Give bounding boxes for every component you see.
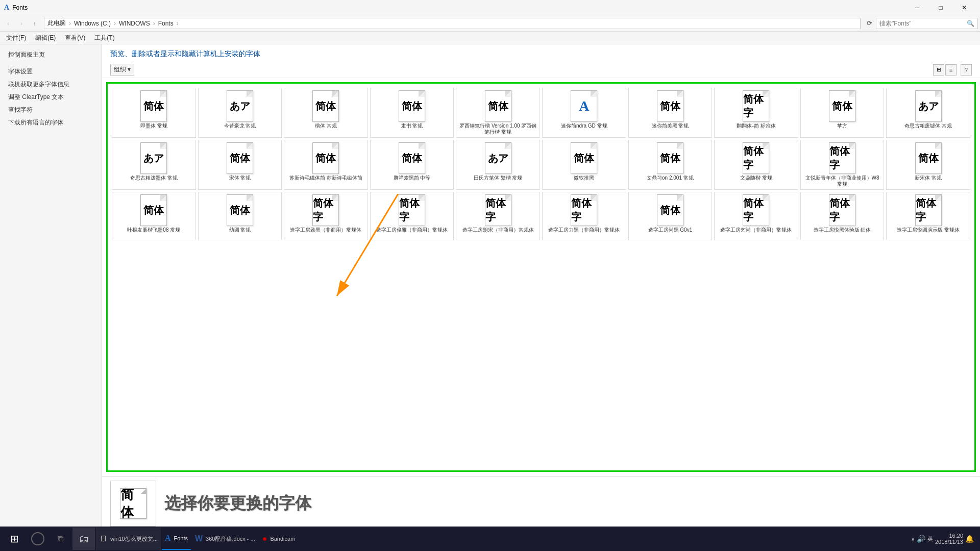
close-button[interactable]: ✕: [952, 0, 976, 15]
font-item[interactable]: 简体楷体 常规: [284, 88, 368, 138]
font-item[interactable]: 简体叶根友廉楷飞墨08 常规: [112, 192, 196, 240]
menu-file[interactable]: 文件(F): [2, 33, 30, 43]
font-name: 造字工房悦黑体验版 细体: [814, 227, 871, 233]
font-name: 叶根友廉楷飞墨08 常规: [127, 227, 180, 233]
sidebar-item-font-settings[interactable]: 字体设置: [0, 65, 102, 78]
font-icon: 简体: [311, 90, 340, 122]
breadcrumb-drive[interactable]: Windows (C:): [74, 20, 111, 27]
search-input[interactable]: [879, 20, 965, 27]
menu-bar: 文件(F) 编辑(E) 查看(V) 工具(T): [0, 32, 980, 44]
minimize-button[interactable]: ─: [905, 0, 929, 15]
font-item[interactable]: 简体文鼎习on 2.001 常规: [628, 140, 713, 190]
page-title: 预览、删除或者显示和隐藏计算机上安装的字体: [102, 44, 980, 62]
taskbar-item-win10[interactable]: 🖥 win10怎么更改文...: [96, 528, 161, 550]
font-name: 苹方: [837, 123, 847, 129]
taskbar-item-fonts[interactable]: A Fonts: [162, 528, 191, 550]
sidebar-item-home[interactable]: 控制面板主页: [0, 48, 102, 61]
font-icon: 简体: [397, 90, 427, 122]
tray-expand[interactable]: ∧: [911, 536, 915, 542]
font-icon: 简体字: [741, 142, 771, 174]
font-item[interactable]: A迷你简ndra GD 常规: [542, 88, 626, 138]
sidebar-item-cleartype[interactable]: 调整 ClearType 文本: [0, 91, 102, 104]
annotation-text: 选择你要更换的字体: [164, 492, 311, 515]
back-button[interactable]: ‹: [2, 17, 14, 30]
tray-network[interactable]: 🔊: [917, 535, 925, 543]
font-name: 隶书 常规: [401, 123, 423, 129]
font-icon: 简体: [914, 142, 943, 174]
title-bar: A Fonts ─ □ ✕: [0, 0, 980, 15]
tray-ime[interactable]: 英: [927, 535, 933, 543]
taskbar-item-word[interactable]: W 360配音稿.docx - ...: [192, 528, 258, 550]
sidebar-item-find-char[interactable]: 查找字符: [0, 104, 102, 116]
font-item[interactable]: 简体腾祥麦黑简 中等: [370, 140, 454, 190]
menu-view[interactable]: 查看(V): [61, 33, 89, 43]
maximize-button[interactable]: □: [929, 0, 952, 15]
notification-icon[interactable]: 🔔: [965, 535, 974, 543]
breadcrumb-windows[interactable]: WINDOWS: [119, 20, 150, 27]
font-name: 楷体 常规: [315, 123, 337, 129]
clock[interactable]: 16:20 2018/11/13: [935, 533, 963, 545]
font-name: 即墨体 常规: [140, 123, 167, 129]
font-name: 田氏方笔体 繁楷 常规: [474, 175, 523, 181]
font-item[interactable]: 简体微软推黑: [542, 140, 626, 190]
font-item[interactable]: 简体即墨体 常规: [112, 88, 196, 138]
search-box: 🔍: [876, 18, 978, 29]
start-button[interactable]: ⊞: [2, 527, 27, 551]
refresh-button[interactable]: ⟳: [864, 18, 875, 29]
font-item[interactable]: 简体字造字工房悦黑体验版 细体: [800, 192, 885, 240]
organize-button[interactable]: 组织 ▾: [110, 64, 134, 76]
view-large-icon[interactable]: ⊞: [933, 64, 944, 76]
font-item[interactable]: あア今昔豪龙 常规: [198, 88, 282, 138]
up-button[interactable]: ↑: [29, 17, 41, 30]
sidebar-item-online-fonts[interactable]: 联机获取更多字体信息: [0, 78, 102, 91]
font-item[interactable]: 简体罗西钢笔行楷 Version 1.00 罗西钢笔行楷 常规: [456, 88, 540, 138]
font-icon: 简体: [225, 142, 255, 174]
font-item[interactable]: 简体造字工房尚黑 G0v1: [628, 192, 713, 240]
font-item[interactable]: 简体苏新诗毛磁体简 苏新诗毛磁体简: [284, 140, 368, 190]
preview-section: 简体 选择你要更换的字体: [102, 476, 980, 531]
taskbar-item-bandicam[interactable]: ● Bandicam: [259, 528, 299, 550]
font-item[interactable]: 简体字造字工房俊雅（非商用）常规体: [370, 192, 454, 240]
font-item[interactable]: 简体字文鼎随楷 常规: [714, 140, 798, 190]
menu-edit[interactable]: 编辑(E): [31, 33, 60, 43]
font-item[interactable]: 简体字造字工房悦圆演示版 常规体: [886, 192, 970, 240]
view-buttons: ⊞ ≡ ?: [933, 64, 972, 76]
font-item[interactable]: 简体隶书 常规: [370, 88, 454, 138]
font-icon: 简体字: [741, 194, 771, 226]
font-icon: あア: [483, 142, 513, 174]
font-item[interactable]: 简体字翻翻体-简 标准体: [714, 88, 798, 138]
font-item[interactable]: 简体苹方: [800, 88, 885, 138]
font-item[interactable]: 简体迷你简美黑 常规: [628, 88, 713, 138]
font-item[interactable]: 简体字造字工房劲黑（非商用）常规体: [284, 192, 368, 240]
font-item[interactable]: 简体字造字工房力黑（非商用）常规体: [542, 192, 626, 240]
font-item[interactable]: 简体字造字工房朗宋（非商用）常规体: [456, 192, 540, 240]
view-list[interactable]: ≡: [945, 64, 957, 76]
font-item[interactable]: あア奇思古粗废墟体 常规: [886, 88, 970, 138]
font-item[interactable]: 简体幼圆 常规: [198, 192, 282, 240]
font-name: 造字工房俊雅（非商用）常规体: [376, 227, 448, 233]
forward-button[interactable]: ›: [15, 17, 28, 30]
font-item[interactable]: 简体字文悦新青年体（非商业使用）W8 常规: [800, 140, 885, 190]
breadcrumb-computer[interactable]: 此电脑: [47, 19, 66, 28]
font-item[interactable]: 简体新宋体 常规: [886, 140, 970, 190]
taskbar-item-taskview[interactable]: ⧉: [49, 528, 71, 550]
font-icon: 简体: [655, 142, 685, 174]
font-icon: 简体: [139, 90, 168, 122]
taskbar-item-explorer[interactable]: 🗂: [72, 528, 95, 550]
font-item[interactable]: 简体字造字工房艺尚（非商用）常规体: [714, 192, 798, 240]
font-item[interactable]: 简体宋体 常规: [198, 140, 282, 190]
font-item[interactable]: あア奇思古粗泼墨体 常规: [112, 140, 196, 190]
font-item[interactable]: あア田氏方笔体 繁楷 常规: [456, 140, 540, 190]
breadcrumb-fonts[interactable]: Fonts: [158, 20, 174, 27]
cortana-button[interactable]: [28, 529, 48, 549]
font-icon: 简体: [311, 142, 340, 174]
help-button[interactable]: ?: [961, 64, 972, 76]
menu-tools[interactable]: 工具(T): [90, 33, 118, 43]
app-icon: A: [4, 4, 9, 12]
main-layout: 控制面板主页 字体设置 联机获取更多字体信息 调整 ClearType 文本 查…: [0, 44, 980, 531]
font-name: 宋体 常规: [229, 175, 251, 181]
sidebar: 控制面板主页 字体设置 联机获取更多字体信息 调整 ClearType 文本 查…: [0, 44, 102, 531]
font-icon: 简体: [827, 90, 857, 122]
font-icon: 简体字: [741, 90, 771, 122]
sidebar-item-download-fonts[interactable]: 下载所有语言的字体: [0, 116, 102, 129]
